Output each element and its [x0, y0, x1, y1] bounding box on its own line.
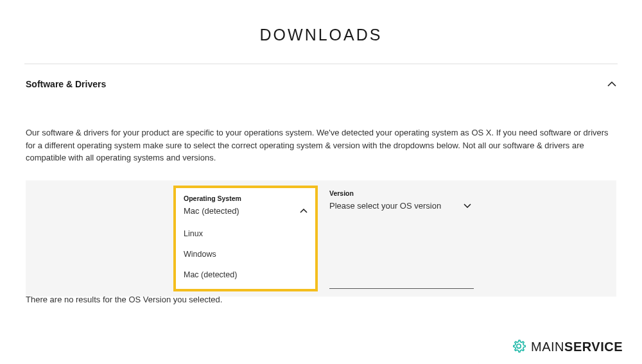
section-title: Software & Drivers — [26, 79, 106, 89]
logo-part1: MAIN — [531, 340, 564, 354]
version-filter-block: Version Please select your OS version — [329, 188, 474, 289]
os-option-linux[interactable]: Linux — [184, 223, 308, 244]
version-select[interactable]: Please select your OS version — [329, 200, 471, 212]
chevron-up-icon — [607, 82, 616, 87]
page-title: DOWNLOADS — [26, 0, 616, 64]
chevron-down-icon — [464, 204, 471, 208]
logo-part2: SERVICE — [564, 340, 623, 354]
logo-badge: MAINSERVICE — [478, 331, 642, 364]
primary-filters: Operating System Mac (detected) Linux Wi… — [26, 180, 616, 297]
os-option-windows[interactable]: Windows — [184, 244, 308, 264]
version-filter-label: Version — [329, 189, 471, 197]
os-selected-value: Mac (detected) — [184, 206, 239, 216]
version-placeholder: Please select your OS version — [329, 201, 441, 211]
divider — [24, 64, 618, 64]
os-filter-block: Operating System Mac (detected) Linux Wi… — [173, 186, 318, 291]
os-option-mac[interactable]: Mac (detected) — [184, 264, 308, 285]
section-header[interactable]: Software & Drivers — [26, 74, 616, 94]
svg-point-0 — [517, 344, 521, 348]
chevron-up-icon — [300, 209, 308, 213]
gear-icon — [510, 338, 527, 355]
os-select[interactable]: Mac (detected) — [184, 205, 308, 217]
section-description: Our software & drivers for your product … — [26, 126, 616, 164]
logo-text: MAINSERVICE — [531, 340, 623, 354]
os-dropdown-options: Linux Windows Mac (detected) — [184, 223, 308, 285]
os-filter-label: Operating System — [184, 195, 308, 202]
